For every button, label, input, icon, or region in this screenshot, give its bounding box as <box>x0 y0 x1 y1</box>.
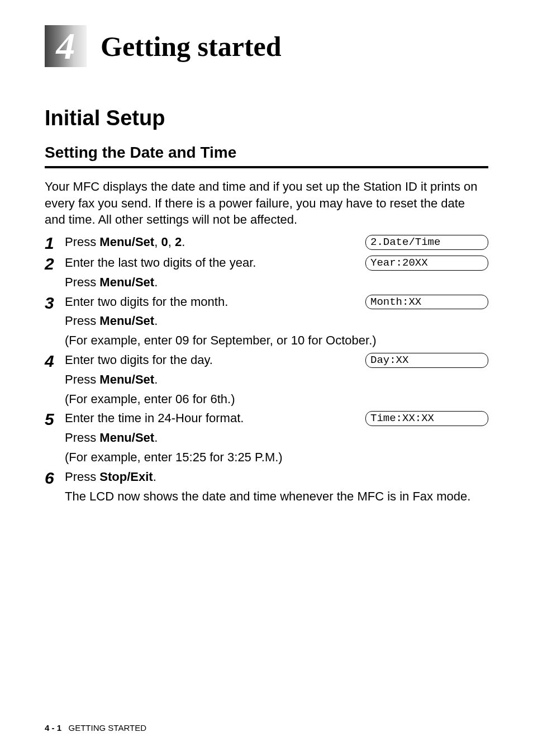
step-example: (For example, enter 15:25 for 3:25 P.M.) <box>65 449 488 466</box>
step-substep: Press Menu/Set. <box>65 313 488 330</box>
lcd-display: 2.Date/Time <box>365 235 488 250</box>
step-1: 1 Press Menu/Set, 0, 2. 2.Date/Time <box>45 234 488 252</box>
key-menu-set: Menu/Set <box>99 431 154 445</box>
step-text: Enter the time in 24-Hour format. <box>65 410 365 427</box>
lcd-display: Day:XX <box>365 353 488 368</box>
intro-text: Your MFC displays the date and time and … <box>45 178 488 228</box>
step-number: 2 <box>45 254 65 273</box>
step-note: The LCD now shows the date and time when… <box>65 488 488 505</box>
step-2: 2 Enter the last two digits of the year.… <box>45 254 488 291</box>
step-substep: Press Menu/Set. <box>65 274 488 291</box>
step-number: 3 <box>45 294 65 312</box>
footer-label: GETTING STARTED <box>69 723 146 733</box>
step-5: 5 Enter the time in 24-Hour format. Time… <box>45 410 488 466</box>
step-number: 6 <box>45 469 65 487</box>
step-substep: Press Menu/Set. <box>65 429 488 447</box>
key-2: 2 <box>175 235 182 249</box>
step-substep: Press Menu/Set. <box>65 371 488 389</box>
step-text: Enter two digits for the month. <box>65 294 365 311</box>
lcd-display: Month:XX <box>365 295 488 310</box>
key-menu-set: Menu/Set <box>99 314 154 328</box>
page-footer: 4 - 1 GETTING STARTED <box>45 723 146 733</box>
key-menu-set: Menu/Set <box>99 235 154 249</box>
step-text: Press Stop/Exit. <box>65 469 488 486</box>
step-text: Enter two digits for the day. <box>65 352 365 369</box>
lcd-display: Time:XX:XX <box>365 411 488 426</box>
section-title: Initial Setup <box>45 106 488 130</box>
lcd-display: Year:20XX <box>365 256 488 271</box>
chapter-badge: 4 <box>45 25 87 67</box>
step-example: (For example, enter 06 for 6th.) <box>65 391 488 408</box>
step-example: (For example, enter 09 for September, or… <box>65 332 488 349</box>
chapter-number: 4 <box>56 24 75 68</box>
chapter-title: Getting started <box>101 30 282 63</box>
step-number: 5 <box>45 410 65 428</box>
key-0: 0 <box>161 235 168 249</box>
divider <box>45 166 488 168</box>
step-text: Press Menu/Set, 0, 2. <box>65 234 365 251</box>
step-text: Enter the last two digits of the year. <box>65 254 365 272</box>
page-number: 4 - 1 <box>45 723 61 733</box>
step-6: 6 Press Stop/Exit. The LCD now shows the… <box>45 469 488 505</box>
subsection-title: Setting the Date and Time <box>45 144 488 162</box>
step-number: 4 <box>45 352 65 370</box>
step-3: 3 Enter two digits for the month. Month:… <box>45 294 488 349</box>
key-menu-set: Menu/Set <box>99 275 154 289</box>
steps-list: 1 Press Menu/Set, 0, 2. 2.Date/Time 2 En… <box>45 234 488 505</box>
step-number: 1 <box>45 234 65 252</box>
key-stop-exit: Stop/Exit <box>99 470 153 484</box>
step-4: 4 Enter two digits for the day. Day:XX P… <box>45 352 488 408</box>
key-menu-set: Menu/Set <box>99 372 154 386</box>
chapter-header: 4 Getting started <box>45 25 488 67</box>
